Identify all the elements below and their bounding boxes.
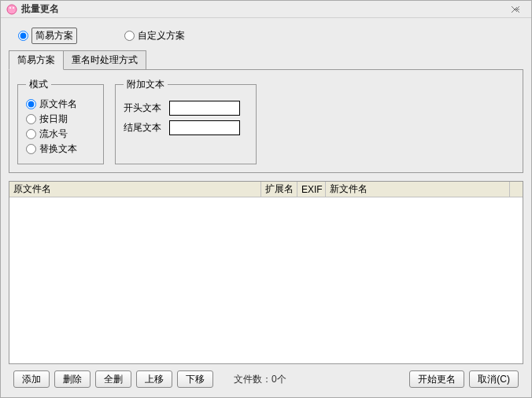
file-table: 原文件名 扩展名 EXIF 新文件名 (9, 181, 523, 364)
svg-point-0 (7, 5, 17, 14)
move-down-button[interactable]: 下移 (177, 370, 213, 388)
svg-point-1 (9, 7, 11, 9)
tab-duplicate-label: 重名时处理方式 (72, 54, 138, 65)
close-button[interactable] (504, 4, 526, 15)
mode-original-label: 原文件名 (39, 98, 77, 111)
mode-bydate-label: 按日期 (39, 112, 68, 126)
svg-point-2 (13, 7, 14, 9)
mode-group: 模式 原文件名 按日期 流水号 替换文本 (17, 78, 104, 164)
mode-replace-label: 替换文本 (39, 142, 77, 156)
tabs: 简易方案 重名时处理方式 (9, 50, 523, 70)
mode-original-radio[interactable]: 原文件名 (26, 98, 95, 111)
tab-simple[interactable]: 简易方案 (9, 50, 64, 70)
scheme-simple-radio[interactable]: 简易方案 (18, 28, 77, 44)
tab-panel-simple: 模式 原文件名 按日期 流水号 替换文本 (9, 69, 523, 173)
mode-serial-radio[interactable]: 流水号 (26, 127, 95, 141)
remove-button[interactable]: 删除 (54, 370, 91, 388)
table-body[interactable] (9, 197, 523, 363)
scheme-simple-input[interactable] (18, 31, 28, 41)
start-rename-button[interactable]: 开始更名 (409, 370, 464, 388)
tab-duplicate[interactable]: 重名时处理方式 (63, 50, 146, 70)
tab-simple-label: 简易方案 (17, 54, 55, 65)
th-exif[interactable]: EXIF (297, 182, 326, 197)
mode-legend: 模式 (26, 78, 51, 91)
remove-all-button[interactable]: 全删 (95, 370, 131, 388)
cancel-button[interactable]: 取消(C) (469, 370, 519, 388)
mode-serial-label: 流水号 (39, 127, 68, 141)
th-original[interactable]: 原文件名 (9, 182, 261, 197)
append-group: 附加文本 开头文本 结尾文本 (115, 78, 257, 164)
window-title: 批量更名 (21, 2, 59, 16)
table-header: 原文件名 扩展名 EXIF 新文件名 (9, 182, 523, 197)
app-icon (6, 3, 18, 16)
suffix-input[interactable] (169, 120, 240, 135)
scheme-custom-radio[interactable]: 自定义方案 (124, 29, 185, 42)
mode-replace-input[interactable] (26, 144, 36, 154)
scheme-custom-label: 自定义方案 (138, 29, 185, 42)
scheme-simple-label: 简易方案 (31, 28, 77, 44)
scheme-selector: 简易方案 自定义方案 (9, 24, 523, 50)
prefix-label: 开头文本 (124, 101, 164, 115)
suffix-row: 结尾文本 (124, 120, 248, 135)
append-legend: 附加文本 (124, 78, 168, 91)
content-area: 简易方案 自定义方案 简易方案 重名时处理方式 模式 原文件名 (1, 18, 531, 397)
titlebar: 批量更名 (1, 1, 531, 18)
file-count-label: 文件数：0个 (234, 373, 286, 386)
mode-original-input[interactable] (26, 99, 36, 109)
mode-serial-input[interactable] (26, 129, 36, 139)
scheme-custom-input[interactable] (124, 31, 135, 41)
mode-bydate-radio[interactable]: 按日期 (26, 112, 95, 126)
move-up-button[interactable]: 上移 (136, 370, 172, 388)
th-pad (510, 182, 523, 197)
th-newname[interactable]: 新文件名 (326, 182, 510, 197)
window: 批量更名 简易方案 自定义方案 简易方案 重名时处理方式 (0, 0, 532, 398)
bottom-bar: 添加 删除 全删 上移 下移 文件数：0个 开始更名 取消(C) (9, 364, 523, 391)
prefix-input[interactable] (169, 101, 240, 116)
add-button[interactable]: 添加 (13, 370, 50, 388)
suffix-label: 结尾文本 (124, 121, 164, 135)
prefix-row: 开头文本 (124, 101, 248, 116)
mode-bydate-input[interactable] (26, 114, 36, 124)
th-ext[interactable]: 扩展名 (261, 182, 297, 197)
mode-replace-radio[interactable]: 替换文本 (26, 142, 95, 156)
